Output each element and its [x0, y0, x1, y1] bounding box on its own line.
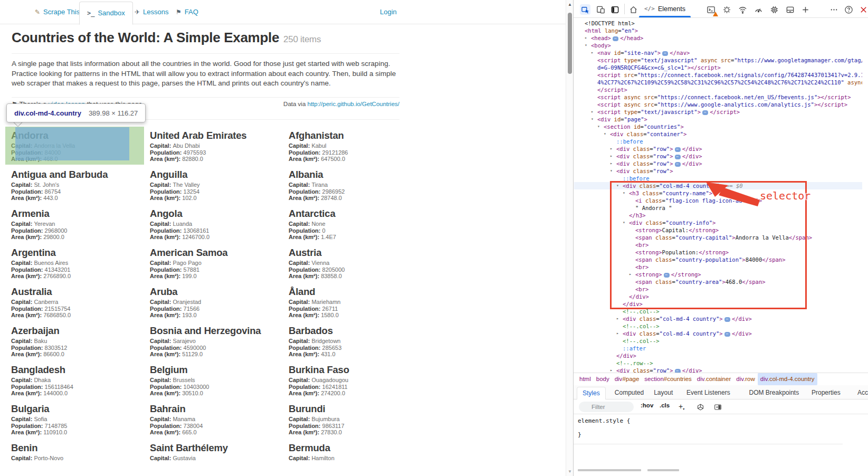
- dom-tree-line[interactable]: ::before: [574, 138, 862, 145]
- dom-tree-line[interactable]: </script>: [574, 86, 862, 93]
- expand-arrow-icon[interactable]: ▸: [610, 160, 613, 167]
- dom-tree-line[interactable]: ▾<section id="countries">: [574, 123, 862, 130]
- dom-tree-line[interactable]: <!--.col-->: [574, 337, 862, 345]
- expand-arrow-icon[interactable]: ▸: [585, 34, 587, 42]
- breadcrumb-item[interactable]: div.row: [733, 373, 758, 385]
- dom-tree-line[interactable]: ▸<div class="col-md-4 country">⋯</div>: [574, 330, 862, 337]
- expand-ellipsis-button[interactable]: ⋯: [613, 36, 618, 41]
- element-style-close[interactable]: }: [578, 431, 581, 438]
- issues-icon[interactable]: [721, 4, 732, 15]
- panel-tab-layout[interactable]: Layout: [648, 387, 678, 399]
- dom-tree-line[interactable]: ▸<script type="text/javascript">⋯</scrip…: [574, 108, 862, 116]
- dom-tree-line[interactable]: ▸<div class="col-md-4 country">⋯</div>: [574, 315, 862, 322]
- panel-tab-accessibility[interactable]: Accessibility: [852, 387, 868, 399]
- computed-sidebar-toggle-icon[interactable]: [712, 402, 723, 412]
- dom-tree-line[interactable]: </div>: [574, 352, 862, 359]
- pick-element-icon[interactable]: [580, 4, 590, 15]
- dom-tree-line[interactable]: <br>: [574, 263, 862, 271]
- breadcrumb-item[interactable]: body: [594, 373, 612, 385]
- expand-arrow-icon[interactable]: ▸: [629, 271, 632, 278]
- dom-tree-line[interactable]: <script async src="https://www.google-an…: [574, 101, 862, 108]
- expand-ellipsis-button[interactable]: ⋯: [675, 155, 681, 159]
- expand-ellipsis-button[interactable]: ⋯: [664, 273, 670, 278]
- dom-tree-line[interactable]: <strong>Population:</strong>: [574, 249, 862, 256]
- dom-tree-line[interactable]: 4%2C77%2C67%2C109%2C59%2C58%2C31%2C96%2C…: [574, 79, 862, 86]
- collapse-arrow-icon[interactable]: ▾: [597, 123, 600, 130]
- dom-tree-line[interactable]: ▸<div class="row">⋯</div>: [574, 153, 862, 160]
- dom-tree-line[interactable]: <i class="flag-icon flag-icon-ad"></i>: [574, 197, 862, 204]
- dom-tree-line[interactable]: <html lang="en">: [574, 27, 862, 34]
- dom-tree-line[interactable]: ▾<div class="col-md-4 country"> == $0: [574, 182, 862, 189]
- toggle-hover-state-button[interactable]: :hov: [641, 402, 653, 408]
- panel-tab-event-listeners[interactable]: Event Listeners: [681, 387, 736, 399]
- more-tabs-icon[interactable]: [800, 4, 810, 15]
- dom-tree-line[interactable]: </div>: [574, 300, 862, 308]
- breadcrumb-item[interactable]: div#page: [612, 373, 642, 385]
- nav-link-login[interactable]: Login: [380, 0, 397, 24]
- dom-tree-line[interactable]: ▸<div class="row">⋯</div>: [574, 160, 862, 167]
- collapse-arrow-icon[interactable]: ▾: [585, 42, 587, 49]
- console-icon[interactable]: [705, 4, 716, 15]
- help-icon[interactable]: [843, 4, 854, 15]
- expand-ellipsis-button[interactable]: ⋯: [702, 110, 708, 115]
- panel-tab-styles[interactable]: Styles: [577, 387, 606, 399]
- dom-tree-line[interactable]: ▾<div class="container">: [574, 130, 862, 138]
- welcome-home-icon[interactable]: [628, 4, 638, 15]
- memory-icon[interactable]: [769, 4, 779, 15]
- element-style-open[interactable]: element.style {: [578, 417, 630, 424]
- expand-ellipsis-button[interactable]: ⋯: [724, 332, 730, 337]
- expand-arrow-icon[interactable]: ▸: [610, 153, 613, 160]
- dom-tree-line[interactable]: ▸<strong>⋯</strong>: [574, 271, 862, 278]
- panel-layout-icon[interactable]: [609, 4, 620, 15]
- expand-arrow-icon[interactable]: ▸: [610, 145, 613, 153]
- styles-filter-input[interactable]: Filter: [579, 402, 634, 412]
- breadcrumb-item[interactable]: div.col-md-4.country: [758, 373, 817, 385]
- scroll-down-arrow-icon[interactable]: ▼: [566, 469, 574, 474]
- collapse-arrow-icon[interactable]: ▾: [604, 130, 606, 138]
- dom-tree-line[interactable]: </h3>: [574, 212, 862, 219]
- page-scrollbar[interactable]: ▲ ▼: [566, 0, 573, 476]
- device-emulation-icon[interactable]: [595, 4, 606, 15]
- expand-arrow-icon[interactable]: ▸: [591, 49, 594, 56]
- dom-tree-line[interactable]: ▸<div class="row">⋯</div>: [574, 145, 862, 153]
- application-icon[interactable]: [785, 4, 795, 15]
- expand-arrow-icon[interactable]: ▸: [616, 330, 619, 337]
- collapse-arrow-icon[interactable]: ▾: [623, 219, 625, 226]
- panel-tab-dom-breakpoints[interactable]: DOM Breakpoints: [744, 387, 805, 399]
- close-icon[interactable]: [858, 4, 868, 15]
- more-options-icon[interactable]: [828, 4, 839, 15]
- breadcrumb-item[interactable]: div.container: [694, 373, 733, 385]
- expand-ellipsis-button[interactable]: ⋯: [675, 162, 681, 167]
- dom-tree-line[interactable]: ::after: [574, 345, 862, 352]
- nav-link-faq[interactable]: ⚑FAQ: [176, 0, 198, 24]
- dom-tree-line[interactable]: ▾<body>: [574, 42, 862, 49]
- dom-tree-line[interactable]: <span class="country-area">468.0</span>: [574, 278, 862, 285]
- breadcrumb-item[interactable]: html: [577, 373, 594, 385]
- dom-tree-line[interactable]: <span class="country-capital">Andorra la…: [574, 234, 862, 241]
- dom-tree-line[interactable]: ▾<div id="page">: [574, 116, 862, 123]
- dom-tree-line[interactable]: <script async src="https://connect.faceb…: [574, 93, 862, 101]
- dom-tree-line[interactable]: ▸<nav id="site-nav">⋯</nav>: [574, 49, 862, 56]
- expand-arrow-icon[interactable]: ▸: [591, 108, 594, 116]
- collapse-arrow-icon[interactable]: ▾: [591, 116, 594, 123]
- dom-tree-line[interactable]: d=G-09N5RQCFG4&cx=c&_slc=1"></script>: [574, 64, 862, 71]
- dom-tree-line[interactable]: ▾<div class="row">: [574, 167, 862, 175]
- network-icon[interactable]: [737, 4, 748, 15]
- dom-tree-line[interactable]: <!--.row-->: [574, 359, 862, 367]
- dom-tree-line[interactable]: <strong>Capital:</strong>: [574, 226, 862, 234]
- dom-tree-line[interactable]: <script src="https://connect.facebook.ne…: [574, 71, 862, 79]
- performance-icon[interactable]: [753, 4, 764, 15]
- dom-tree-line[interactable]: <span class="country-population">84000</…: [574, 256, 862, 263]
- scroll-up-arrow-icon[interactable]: ▲: [566, 2, 574, 7]
- expand-ellipsis-button[interactable]: ⋯: [675, 147, 681, 152]
- dom-tree-line[interactable]: <br>: [574, 285, 862, 293]
- panel-tab-properties[interactable]: Properties: [806, 387, 846, 399]
- dom-tree-line[interactable]: <script type="text/javascript" async src…: [574, 56, 862, 64]
- dom-tree-line[interactable]: ▾<div class="country-info">: [574, 219, 862, 226]
- scrollbar-thumb[interactable]: [568, 13, 572, 74]
- breadcrumb-item[interactable]: section#countries: [642, 373, 694, 385]
- dom-tree-line[interactable]: <!--.col-->: [574, 308, 862, 315]
- collapse-arrow-icon[interactable]: ▾: [610, 167, 613, 175]
- expand-ellipsis-button[interactable]: ⋯: [724, 317, 730, 322]
- nav-tab-sandbox[interactable]: >_Sandbox: [79, 2, 133, 25]
